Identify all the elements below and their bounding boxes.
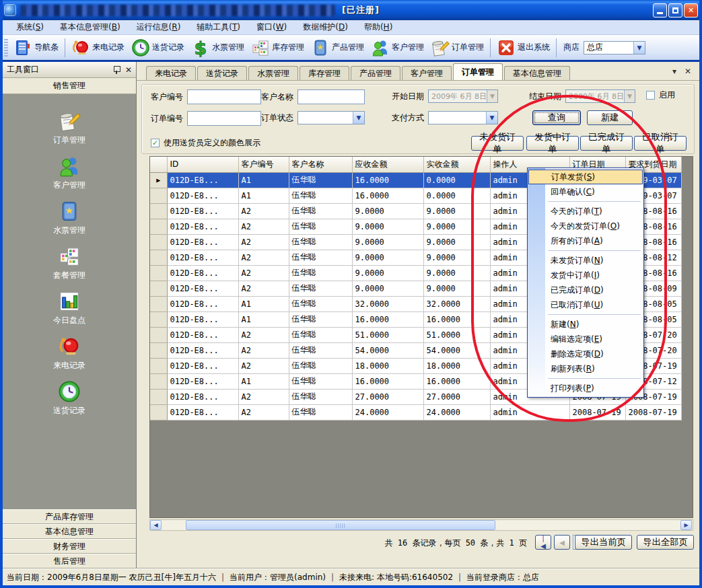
- new-button[interactable]: 新建: [587, 110, 633, 125]
- close-button[interactable]: ✕: [684, 3, 698, 17]
- tab-库存管理[interactable]: 库存管理: [300, 66, 349, 80]
- context-menu-item-删除选定项[interactable]: 删除选定项(D): [528, 346, 643, 361]
- sidebar-item-送货记录[interactable]: 送货记录: [3, 375, 136, 420]
- tab-close-icon[interactable]: ✕: [685, 67, 691, 76]
- context-menu-item-已取消订单[interactable]: 已取消订单(U): [528, 297, 643, 312]
- toolbar-exit-button[interactable]: 退出系统: [493, 37, 553, 59]
- minimize-button[interactable]: [653, 3, 667, 17]
- row-selector-cell[interactable]: [150, 265, 167, 281]
- column-header-应收金额[interactable]: 应收金额: [352, 157, 423, 172]
- menubar-item[interactable]: 窗口(W): [248, 20, 295, 34]
- filter-button-已取消订单[interactable]: 已取消订单: [634, 136, 687, 151]
- toolbar-customers-button[interactable]: 客户管理: [367, 37, 427, 59]
- column-header-客户编号[interactable]: 客户编号: [238, 157, 289, 172]
- order-no-input[interactable]: [187, 111, 261, 126]
- sidebar-item-今日盘点[interactable]: 今日盘点: [3, 285, 136, 330]
- menubar-item[interactable]: 系统(S): [8, 20, 52, 34]
- customer-name-input[interactable]: [297, 89, 365, 104]
- query-button[interactable]: 查询: [532, 110, 581, 125]
- context-menu-item-发货中订单[interactable]: 发货中订单(I): [528, 268, 643, 283]
- row-selector-cell[interactable]: [150, 281, 167, 296]
- context-menu-item-已完成订单[interactable]: 已完成订单(D): [528, 283, 643, 297]
- menubar-item[interactable]: 基本信息管理(B): [52, 20, 129, 34]
- filter-button-未发货订单[interactable]: 未发货订单: [471, 136, 524, 151]
- context-menu-item-编辑选定项[interactable]: 编辑选定项(E): [528, 332, 643, 346]
- tab-list-dropdown-icon[interactable]: ▾: [672, 67, 676, 76]
- chevron-down-icon[interactable]: ▼: [487, 90, 497, 102]
- sidebar-close-icon[interactable]: ✕: [125, 65, 132, 75]
- column-header-ID[interactable]: ID: [167, 157, 238, 172]
- toolbar-nav-button[interactable]: 导航条: [10, 37, 62, 59]
- toolbar-alarm-button[interactable]: 来电记录: [68, 37, 128, 59]
- table-row[interactable]: 012D-E8...A2伍华聪24.000024.0000admin2008-0…: [150, 404, 681, 420]
- row-selector-cell[interactable]: [150, 234, 167, 250]
- scroll-left-icon[interactable]: ◀: [150, 520, 162, 530]
- row-selector-cell[interactable]: [150, 358, 167, 373]
- sidebar-item-水票管理[interactable]: 水票管理: [3, 195, 136, 240]
- menubar-item[interactable]: 数据维护(D): [295, 20, 356, 34]
- tab-基本信息管理[interactable]: 基本信息管理: [504, 66, 570, 80]
- context-menu-item-新建[interactable]: 新建(N): [528, 317, 643, 332]
- row-selector-cell[interactable]: [150, 389, 167, 404]
- tab-客户管理[interactable]: 客户管理: [402, 66, 452, 80]
- context-menu-item-订单发货[interactable]: 订单发货(S): [528, 170, 643, 184]
- toolbar-order-button[interactable]: 订单管理: [427, 37, 487, 59]
- sidebar-item-订单管理[interactable]: 订单管理: [3, 105, 136, 150]
- menubar-item[interactable]: 运行信息(R): [129, 20, 189, 34]
- context-menu-item-刷新列表[interactable]: 刷新列表(R): [528, 361, 643, 376]
- row-selector-cell[interactable]: [150, 296, 167, 311]
- column-header-实收金额[interactable]: 实收金额: [423, 157, 490, 172]
- scroll-right-icon[interactable]: ▶: [680, 520, 692, 530]
- pin-icon[interactable]: [113, 66, 120, 74]
- sidebar-group-产品库存管理[interactable]: 产品库存管理: [3, 509, 136, 524]
- filter-button-发货中订单[interactable]: 发货中订单: [526, 136, 579, 151]
- tab-订单管理[interactable]: 订单管理: [453, 63, 503, 80]
- chevron-down-icon[interactable]: ▼: [633, 42, 645, 54]
- filter-button-已完成订单[interactable]: 已完成订单: [580, 136, 633, 151]
- context-menu-item-所有的订单[interactable]: 所有的订单(A): [528, 233, 643, 248]
- toolbar-clock-button[interactable]: 送货记录: [128, 37, 188, 59]
- context-menu-item-今天的订单[interactable]: 今天的订单(T): [528, 204, 643, 219]
- end-date-picker[interactable]: 2009年 6月 8日 ▼: [565, 89, 635, 103]
- context-menu-item-打印列表[interactable]: 打印列表(P): [528, 381, 643, 396]
- context-menu-item-今天的发货订单[interactable]: 今天的发货订单(O): [528, 219, 643, 233]
- sidebar-item-套餐管理[interactable]: 套餐管理: [3, 240, 136, 285]
- order-status-combobox[interactable]: ▼: [297, 111, 365, 124]
- row-selector-cell[interactable]: [150, 342, 167, 358]
- row-selector-cell[interactable]: [150, 327, 167, 342]
- toolbar-grid-button[interactable]: 库存管理: [248, 37, 308, 59]
- pay-method-combobox[interactable]: ▼: [428, 111, 498, 124]
- menubar-item[interactable]: 辅助工具(T): [188, 20, 248, 34]
- export-all-pages-button[interactable]: 导出全部页: [637, 535, 694, 550]
- enable-checkbox[interactable]: [646, 91, 655, 100]
- menubar-item[interactable]: 帮助(H): [356, 20, 400, 34]
- store-combobox[interactable]: 总店 ▼: [584, 41, 645, 54]
- tab-来电记录[interactable]: 来电记录: [146, 66, 196, 80]
- context-menu-item-未发货订单[interactable]: 未发货订单(N): [528, 253, 643, 268]
- scrollbar-thumb[interactable]: [186, 520, 495, 530]
- sidebar-group-基本信息管理[interactable]: 基本信息管理: [3, 524, 136, 539]
- chevron-down-icon[interactable]: ▼: [353, 112, 364, 124]
- context-menu-item-回单确认[interactable]: 回单确认(C): [528, 184, 643, 199]
- tab-产品管理[interactable]: 产品管理: [351, 66, 400, 80]
- row-selector-cell[interactable]: ▶: [150, 172, 167, 188]
- start-date-picker[interactable]: 2009年 6月 8日 ▼: [428, 89, 498, 103]
- tab-水票管理[interactable]: 水票管理: [248, 66, 298, 80]
- row-selector-cell[interactable]: [150, 373, 167, 389]
- horizontal-scrollbar[interactable]: ◀ ▶: [149, 519, 693, 531]
- row-selector-cell[interactable]: [150, 203, 167, 219]
- column-header-客户名称[interactable]: 客户名称: [289, 157, 352, 172]
- row-selector-cell[interactable]: [150, 188, 167, 203]
- first-page-button[interactable]: |◀: [535, 535, 551, 550]
- tab-送货记录[interactable]: 送货记录: [197, 66, 247, 80]
- prev-page-button[interactable]: ◀: [554, 535, 570, 550]
- export-current-page-button[interactable]: 导出当前页: [575, 535, 632, 550]
- maximize-button[interactable]: [668, 3, 682, 17]
- row-selector-cell[interactable]: [150, 404, 167, 420]
- customer-no-input[interactable]: [187, 89, 261, 104]
- row-selector-cell[interactable]: [150, 250, 167, 265]
- row-selector-cell[interactable]: [150, 311, 167, 327]
- sidebar-group-售后管理[interactable]: 售后管理: [3, 554, 136, 568]
- sidebar-group-sales[interactable]: 销售管理: [3, 78, 136, 94]
- toolbar-product-button[interactable]: 产品管理: [308, 37, 367, 59]
